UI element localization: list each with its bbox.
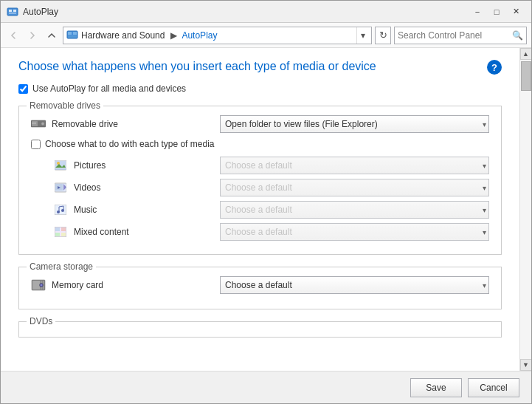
scroll-thumb[interactable] — [521, 61, 531, 91]
svg-rect-26 — [61, 227, 66, 231]
main-content: Choose what happens when you insert each… — [1, 48, 531, 371]
svg-point-23 — [61, 209, 64, 212]
refresh-button[interactable]: ↻ — [375, 27, 391, 44]
mixed-content-row: Mixed content Choose a default ▾ — [53, 223, 489, 241]
media-checkbox-label[interactable]: Choose what to do with each type of medi… — [45, 139, 214, 149]
removable-drive-icon — [31, 118, 46, 130]
svg-point-14 — [57, 162, 60, 165]
mixed-content-label: Mixed content — [74, 227, 214, 237]
videos-select-wrapper[interactable]: Choose a default ▾ — [220, 179, 489, 196]
removable-drive-select-wrapper[interactable]: Open folder to view files (File Explorer… — [220, 115, 489, 133]
search-box[interactable]: 🔍 — [394, 27, 527, 44]
removable-drives-title: Removable drives — [27, 100, 103, 111]
title-bar-controls: − □ ✕ — [468, 4, 525, 20]
mixed-content-select-wrapper[interactable]: Choose a default ▾ — [220, 223, 489, 241]
save-button[interactable]: Save — [410, 378, 462, 397]
media-checkbox-row: Choose what to do with each type of medi… — [31, 139, 489, 149]
pictures-icon — [53, 160, 68, 171]
window-icon — [7, 6, 18, 18]
svg-point-22 — [57, 210, 60, 213]
videos-row: Videos Choose a default ▾ — [53, 179, 489, 196]
control-panel-icon — [66, 30, 78, 41]
mixed-content-select[interactable]: Choose a default — [220, 223, 489, 241]
svg-rect-27 — [55, 233, 60, 236]
svg-rect-11 — [32, 123, 36, 124]
memory-card-select-wrapper[interactable]: Choose a default Import photos and video… — [220, 276, 489, 294]
music-select[interactable]: Choose a default — [220, 201, 489, 219]
scrollbar[interactable]: ▲ ▼ — [519, 48, 531, 371]
back-button[interactable] — [5, 27, 21, 44]
svg-rect-3 — [9, 13, 16, 14]
scroll-track[interactable] — [520, 60, 532, 359]
dvds-section: DVDs — [18, 321, 502, 338]
scroll-up-button[interactable]: ▲ — [520, 48, 532, 60]
svg-point-10 — [41, 123, 44, 126]
svg-rect-21 — [55, 205, 66, 215]
media-type-checkbox[interactable] — [31, 140, 41, 149]
minimize-button[interactable]: − — [468, 4, 487, 20]
footer: Save Cancel — [1, 371, 531, 403]
svg-rect-16 — [55, 168, 66, 170]
close-button[interactable]: ✕ — [506, 4, 525, 20]
page-heading: Choose what happens when you insert each… — [18, 60, 502, 75]
pictures-row: Pictures Choose a default ▾ — [53, 157, 489, 174]
svg-rect-1 — [9, 10, 12, 12]
removable-drives-section: Removable drives Removable drive Open fo… — [18, 106, 502, 255]
address-bar-icon — [66, 30, 78, 41]
music-select-wrapper[interactable]: Choose a default ▾ — [220, 201, 489, 219]
music-label: Music — [74, 205, 214, 215]
autoplay-checkbox-label[interactable]: Use AutoPlay for all media and devices — [32, 83, 186, 94]
forward-icon — [28, 31, 37, 40]
autoplay-checkbox-row: Use AutoPlay for all media and devices — [18, 83, 502, 94]
address-chevron[interactable]: ▾ — [356, 27, 368, 44]
mixed-content-icon — [53, 226, 68, 238]
help-button[interactable]: ? — [487, 60, 502, 75]
videos-label: Videos — [74, 182, 214, 193]
page-title: Choose what happens when you insert each… — [18, 60, 376, 73]
memory-card-select[interactable]: Choose a default Import photos and video… — [220, 276, 489, 294]
search-icon[interactable]: 🔍 — [512, 30, 523, 41]
svg-rect-6 — [73, 32, 77, 35]
removable-drive-row: Removable drive Open folder to view file… — [31, 115, 489, 133]
pictures-select[interactable]: Choose a default — [220, 157, 489, 174]
videos-select[interactable]: Choose a default — [220, 179, 489, 196]
title-bar-left: AutoPlay — [7, 6, 58, 18]
up-button[interactable] — [44, 27, 60, 44]
svg-rect-5 — [68, 32, 72, 35]
music-row: Music Choose a default ▾ — [53, 201, 489, 219]
back-icon — [9, 31, 18, 40]
svg-point-34 — [41, 284, 42, 286]
forward-button[interactable] — [24, 27, 41, 44]
removable-drive-select[interactable]: Open folder to view files (File Explorer… — [220, 115, 489, 133]
maximize-button[interactable]: □ — [487, 4, 506, 20]
title-bar: AutoPlay − □ ✕ — [1, 1, 531, 23]
svg-rect-28 — [61, 233, 66, 236]
svg-rect-2 — [13, 10, 16, 12]
camera-storage-section: Camera storage Memory card Choose — [18, 267, 502, 309]
refresh-icon: ↻ — [379, 30, 387, 41]
nav-bar: Hardware and Sound ▶ AutoPlay ▾ ↻ 🔍 — [1, 23, 531, 48]
camera-storage-title: Camera storage — [27, 261, 96, 272]
music-icon — [53, 204, 68, 216]
pictures-select-wrapper[interactable]: Choose a default ▾ — [220, 157, 489, 174]
window-title: AutoPlay — [23, 7, 58, 17]
svg-rect-30 — [32, 281, 40, 290]
autoplay-checkbox[interactable] — [18, 84, 28, 94]
videos-icon — [53, 182, 68, 194]
up-icon — [47, 31, 56, 40]
scroll-down-button[interactable]: ▼ — [520, 359, 532, 371]
breadcrumb-hardware: Hardware and Sound ▶ AutoPlay — [81, 30, 353, 41]
cancel-button[interactable]: Cancel — [468, 378, 519, 397]
removable-drive-label: Removable drive — [52, 119, 214, 129]
dvds-title: DVDs — [27, 316, 55, 326]
svg-rect-7 — [68, 35, 77, 38]
pictures-label: Pictures — [74, 160, 214, 171]
memory-card-label: Memory card — [52, 280, 214, 290]
search-input[interactable] — [398, 30, 512, 41]
content-area: Choose what happens when you insert each… — [1, 48, 519, 371]
svg-rect-25 — [55, 227, 60, 231]
memory-card-row: Memory card Choose a default Import phot… — [31, 276, 489, 294]
address-bar[interactable]: Hardware and Sound ▶ AutoPlay ▾ — [63, 27, 372, 44]
memory-card-icon — [31, 279, 46, 291]
